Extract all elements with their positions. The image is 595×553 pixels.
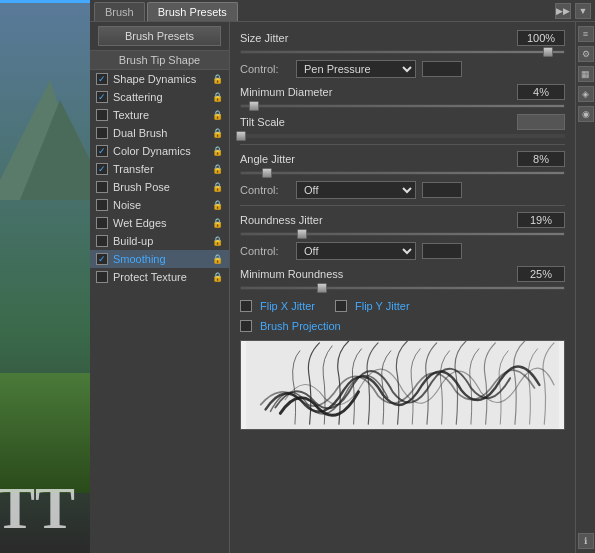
list-item-dual-brush[interactable]: Dual Brush 🔒 <box>90 124 229 142</box>
angle-jitter-label: Angle Jitter <box>240 153 517 165</box>
right-icon-3[interactable]: ▦ <box>578 66 594 82</box>
brush-projection-checkbox[interactable] <box>240 320 252 332</box>
min-roundness-thumb[interactable] <box>317 283 327 293</box>
right-icon-5[interactable]: ◉ <box>578 106 594 122</box>
list-item-brush-pose[interactable]: Brush Pose 🔒 <box>90 178 229 196</box>
min-diameter-thumb[interactable] <box>249 101 259 111</box>
flip-x-label: Flip X Jitter <box>260 300 315 312</box>
checkbox-scattering[interactable] <box>96 91 108 103</box>
size-jitter-thumb[interactable] <box>543 47 553 57</box>
tilt-scale-thumb[interactable] <box>236 131 246 141</box>
list-item-color-dynamics[interactable]: Color Dynamics 🔒 <box>90 142 229 160</box>
list-item-texture[interactable]: Texture 🔒 <box>90 106 229 124</box>
angle-jitter-thumb[interactable] <box>262 168 272 178</box>
info-icon[interactable]: ℹ <box>578 533 594 549</box>
brush-presets-button[interactable]: Brush Presets <box>98 26 221 46</box>
tab-brush[interactable]: Brush <box>94 2 145 21</box>
label-texture: Texture <box>113 109 209 121</box>
angle-jitter-control-row: Control: Off Fade Pen Pressure Pen Tilt <box>240 181 565 199</box>
label-noise: Noise <box>113 199 209 211</box>
flip-y-row: Flip Y Jitter <box>335 300 410 312</box>
size-jitter-control-input[interactable] <box>422 61 462 77</box>
size-jitter-slider[interactable] <box>240 50 565 54</box>
angle-jitter-slider[interactable] <box>240 171 565 175</box>
brush-preview-area <box>240 340 565 430</box>
content-area: Brush Presets Brush Tip Shape Shape Dyna… <box>90 22 595 553</box>
checkbox-smoothing[interactable] <box>96 253 108 265</box>
size-jitter-input[interactable] <box>517 30 565 46</box>
label-scattering: Scattering <box>113 91 209 103</box>
checkbox-color-dynamics[interactable] <box>96 145 108 157</box>
angle-jitter-input[interactable] <box>517 151 565 167</box>
checkbox-texture[interactable] <box>96 109 108 121</box>
right-icon-2[interactable]: ⚙ <box>578 46 594 62</box>
size-jitter-label: Size Jitter <box>240 32 517 44</box>
checkbox-build-up[interactable] <box>96 235 108 247</box>
checkbox-protect-texture[interactable] <box>96 271 108 283</box>
label-brush-pose: Brush Pose <box>113 181 209 193</box>
checkbox-dual-brush[interactable] <box>96 127 108 139</box>
roundness-jitter-control-label: Control: <box>240 245 290 257</box>
list-item-smoothing[interactable]: Smoothing 🔒 <box>90 250 229 268</box>
flip-x-checkbox[interactable] <box>240 300 252 312</box>
size-jitter-control-select[interactable]: Pen Pressure Off Fade Pen Tilt <box>296 60 416 78</box>
label-color-dynamics: Color Dynamics <box>113 145 209 157</box>
roundness-jitter-control-row: Control: Off Fade Pen Pressure Pen Tilt <box>240 242 565 260</box>
flip-x-row: Flip X Jitter <box>240 300 315 312</box>
flip-y-checkbox[interactable] <box>335 300 347 312</box>
list-item-noise[interactable]: Noise 🔒 <box>90 196 229 214</box>
flip-y-label: Flip Y Jitter <box>355 300 410 312</box>
roundness-jitter-label: Roundness Jitter <box>240 214 517 226</box>
tab-menu-icon[interactable]: ▼ <box>575 3 591 19</box>
min-roundness-input[interactable] <box>517 266 565 282</box>
list-item-transfer[interactable]: Transfer 🔒 <box>90 160 229 178</box>
tilt-scale-input[interactable] <box>517 114 565 130</box>
right-icon-1[interactable]: ≡ <box>578 26 594 42</box>
right-icon-4[interactable]: ◈ <box>578 86 594 102</box>
checkbox-noise[interactable] <box>96 199 108 211</box>
lock-icon-wet-edges: 🔒 <box>212 218 223 228</box>
label-build-up: Build-up <box>113 235 209 247</box>
lock-icon-build-up: 🔒 <box>212 236 223 246</box>
roundness-jitter-thumb[interactable] <box>297 229 307 239</box>
angle-jitter-control-input[interactable] <box>422 182 462 198</box>
list-item-build-up[interactable]: Build-up 🔒 <box>90 232 229 250</box>
size-jitter-row: Size Jitter <box>240 30 565 46</box>
roundness-jitter-slider[interactable] <box>240 232 565 236</box>
lock-icon-texture: 🔒 <box>212 110 223 120</box>
right-settings-panel: Size Jitter Control: Pen Pressure Off Fa… <box>230 22 575 553</box>
list-item-scattering[interactable]: Scattering 🔒 <box>90 88 229 106</box>
lock-icon-color-dynamics: 🔒 <box>212 146 223 156</box>
min-diameter-input[interactable] <box>517 84 565 100</box>
tilt-scale-label: Tilt Scale <box>240 116 517 128</box>
roundness-jitter-control-input[interactable] <box>422 243 462 259</box>
angle-jitter-control-label: Control: <box>240 184 290 196</box>
tab-forward-icon[interactable]: ▶▶ <box>555 3 571 19</box>
checkbox-transfer[interactable] <box>96 163 108 175</box>
label-shape-dynamics: Shape Dynamics <box>113 73 209 85</box>
min-diameter-slider[interactable] <box>240 104 565 108</box>
min-roundness-label: Minimum Roundness <box>240 268 517 280</box>
tilt-scale-slider[interactable] <box>240 134 565 138</box>
tab-brush-presets[interactable]: Brush Presets <box>147 2 238 21</box>
checkbox-shape-dynamics[interactable] <box>96 73 108 85</box>
size-jitter-control-label: Control: <box>240 63 290 75</box>
checkbox-brush-pose[interactable] <box>96 181 108 193</box>
roundness-jitter-input[interactable] <box>517 212 565 228</box>
min-diameter-label: Minimum Diameter <box>240 86 517 98</box>
divider-1 <box>240 144 565 145</box>
tab-bar: Brush Brush Presets ▶▶ ▼ <box>90 0 595 22</box>
min-roundness-slider[interactable] <box>240 286 565 290</box>
list-item-protect-texture[interactable]: Protect Texture 🔒 <box>90 268 229 286</box>
checkbox-wet-edges[interactable] <box>96 217 108 229</box>
lock-icon-smoothing: 🔒 <box>212 254 223 264</box>
brush-tip-section-header: Brush Tip Shape <box>90 50 229 70</box>
angle-jitter-control-select[interactable]: Off Fade Pen Pressure Pen Tilt <box>296 181 416 199</box>
lock-icon-transfer: 🔒 <box>212 164 223 174</box>
roundness-jitter-control-select[interactable]: Off Fade Pen Pressure Pen Tilt <box>296 242 416 260</box>
list-item-shape-dynamics[interactable]: Shape Dynamics 🔒 <box>90 70 229 88</box>
tilt-scale-row: Tilt Scale <box>240 114 565 130</box>
list-item-wet-edges[interactable]: Wet Edges 🔒 <box>90 214 229 232</box>
brush-projection-label: Brush Projection <box>260 320 341 332</box>
label-wet-edges: Wet Edges <box>113 217 209 229</box>
